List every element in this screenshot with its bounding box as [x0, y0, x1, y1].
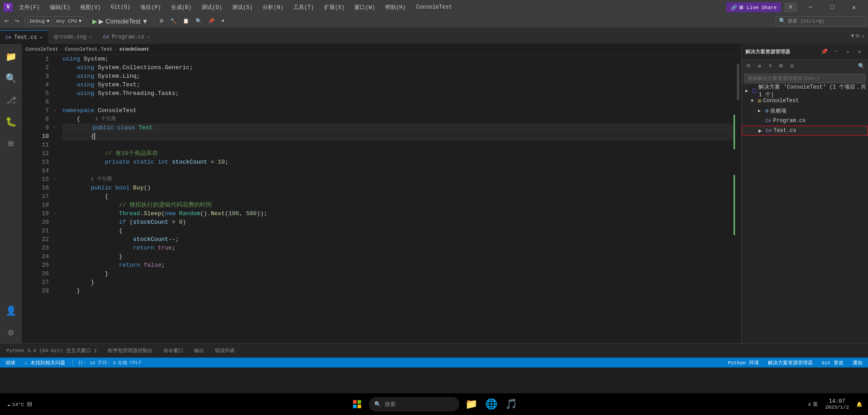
activity-git[interactable]: ⎇: [0, 89, 22, 111]
bottom-tab-package-manager[interactable]: 程序包管理器控制台: [105, 344, 155, 358]
toolbar-btn-4[interactable]: 🔍: [193, 16, 205, 26]
fold-9[interactable]: −: [53, 123, 61, 132]
taskbar-systray[interactable]: ∧ 英: [806, 401, 820, 408]
menu-debug[interactable]: 调试(D): [198, 2, 226, 13]
menu-git[interactable]: Git(G): [107, 2, 134, 13]
code-line-18: Thread.Sleep(new Random().Next(100, 500)…: [62, 209, 734, 218]
maximize-button[interactable]: □: [822, 0, 843, 14]
bottom-tab-command[interactable]: 命令窗口: [161, 344, 186, 358]
ln-7: 7: [31, 106, 49, 115]
fold-17: [53, 192, 61, 201]
se-btn-minimize[interactable]: −: [831, 47, 841, 57]
code-editor[interactable]: 1 2 3 4 5 6 7 8 9 10 11 12 13 14 15 16 1: [22, 55, 741, 343]
tab-close-test[interactable]: ✕: [40, 35, 43, 40]
weather-widget[interactable]: ☁ 14°C 阴: [4, 401, 36, 408]
se-btn-close[interactable]: ✕: [854, 47, 864, 57]
fold-7[interactable]: −: [53, 106, 61, 115]
status-git-updates[interactable]: Git 更改: [820, 358, 845, 368]
taskbar-edge[interactable]: 🌐: [483, 396, 499, 412]
breadcrumb-part3[interactable]: stockCount: [119, 47, 149, 52]
status-python-env[interactable]: Python 环境: [726, 358, 760, 368]
se-btn-pin[interactable]: 📌: [819, 47, 829, 57]
activity-accounts[interactable]: 👤: [0, 300, 22, 321]
editor-scrollbar-thumb[interactable]: [737, 64, 739, 100]
menu-view[interactable]: 视图(V): [76, 2, 105, 13]
se-toolbar-preview[interactable]: 👁: [776, 61, 786, 71]
tree-solution[interactable]: ▶ ⬡ 解决方案 'ConsoleTest' (1 个项目，共 1 个): [742, 86, 868, 96]
attach-process-btn[interactable]: ⚙: [157, 16, 167, 26]
platform-dropdown[interactable]: Any CPU ▼: [54, 16, 84, 26]
tree-expand-project[interactable]: ▼: [751, 99, 756, 104]
activity-explorer[interactable]: 📁: [0, 46, 22, 67]
breadcrumb-part2[interactable]: ConsoleTest.Test: [65, 47, 113, 52]
start-button[interactable]: [349, 396, 365, 412]
tab-split-button[interactable]: ⊟: [856, 33, 859, 39]
toolbar-btn-5[interactable]: 📌: [205, 16, 217, 26]
activity-debug[interactable]: 🐛: [0, 111, 22, 132]
menu-window[interactable]: 窗口(W): [351, 2, 379, 13]
code-content[interactable]: using System; using System.Collections.G…: [61, 55, 734, 343]
code-line-14: [62, 166, 734, 175]
user-avatar[interactable]: R: [784, 2, 797, 12]
breadcrumb-part1[interactable]: ConsoleTest: [25, 47, 58, 52]
taskbar-file-explorer[interactable]: 📁: [463, 396, 479, 412]
tree-deps[interactable]: ▶ ⚙ 依赖项: [742, 106, 868, 116]
bottom-tab-python-interactive[interactable]: Python 3.9 (64-bit) 交互式窗口 1: [4, 344, 100, 358]
close-button[interactable]: ✕: [844, 0, 864, 14]
taskbar-search[interactable]: 🔍 搜索: [369, 397, 459, 411]
se-toolbar-sync[interactable]: ⟳: [744, 61, 754, 71]
build-btn[interactable]: 🔨: [167, 16, 179, 26]
menu-help[interactable]: 帮助(H): [382, 2, 410, 13]
status-encoding: CRLF: [129, 360, 141, 365]
fold-19[interactable]: −: [53, 209, 61, 218]
taskbar-clock[interactable]: 14:07 2023/1/2: [821, 398, 853, 410]
editor-scrollbar[interactable]: [735, 55, 741, 343]
se-toolbar-filter[interactable]: ≡: [765, 61, 775, 71]
status-ready[interactable]: 就绪: [4, 358, 17, 368]
redo-button[interactable]: ↪: [12, 16, 22, 26]
search-bar[interactable]: 🔍 搜索 (Ctrl+Q): [776, 16, 866, 26]
tree-expand-solution[interactable]: ▶: [745, 88, 750, 94]
toolbar-btn-3[interactable]: 📋: [180, 16, 192, 26]
bottom-tab-output[interactable]: 输出: [191, 344, 207, 358]
se-toolbar-collapse[interactable]: ⊟: [787, 61, 797, 71]
activity-settings[interactable]: ⚙: [0, 321, 22, 343]
status-solution-explorer-btn[interactable]: 解决方案资源管理器: [766, 358, 815, 368]
status-notification[interactable]: 通知: [851, 358, 864, 368]
se-search-btn[interactable]: 🔍: [856, 61, 866, 71]
live-share-button[interactable]: 🔗 𝌆 Live Share: [726, 2, 781, 12]
tab-program[interactable]: C# Program.cs ✕: [98, 30, 156, 44]
run-button[interactable]: ▶ ▶ ConsoleTest ▼: [90, 16, 151, 26]
debug-mode-dropdown[interactable]: Debug ▼: [28, 16, 52, 26]
se-search-input[interactable]: [744, 74, 865, 83]
menu-test[interactable]: 测试(S): [229, 2, 257, 13]
menu-build[interactable]: 生成(B): [167, 2, 196, 13]
taskbar-notification-btn[interactable]: 🔔: [854, 401, 864, 407]
taskbar-app-3[interactable]: 🎵: [503, 396, 519, 412]
menu-tools[interactable]: 工具(T): [290, 2, 318, 13]
se-btn-float[interactable]: ↗: [843, 47, 853, 57]
tab-float-button[interactable]: ↗: [861, 33, 864, 39]
status-errors[interactable]: ⚠ 未找到相关问题: [23, 358, 67, 368]
tree-expand-deps[interactable]: ▶: [758, 108, 763, 113]
activity-search[interactable]: 🔍: [0, 67, 22, 89]
minimize-button[interactable]: ─: [800, 0, 821, 14]
tab-dropdown-button[interactable]: ▼: [851, 33, 854, 39]
tab-test-cs[interactable]: C# Test.cs ✕: [0, 30, 48, 44]
bottom-tab-error-list[interactable]: 错误列表: [212, 344, 238, 358]
menu-project[interactable]: 项目(P): [137, 2, 165, 13]
tree-test-cs[interactable]: ▶ C# Test.cs: [742, 126, 868, 136]
menu-file[interactable]: 文件(F): [15, 2, 43, 13]
tab-qrcode[interactable]: qrcode.svg ✕: [48, 30, 98, 44]
tree-program-cs[interactable]: C# Program.cs: [742, 116, 868, 126]
tab-close-qrcode[interactable]: ✕: [89, 34, 92, 40]
menu-edit[interactable]: 编辑(E): [46, 2, 74, 13]
se-toolbar-properties[interactable]: ⚙: [754, 61, 764, 71]
undo-button[interactable]: ↩: [2, 16, 11, 26]
toolbar-btn-6[interactable]: ✦: [218, 16, 228, 26]
menu-analyze[interactable]: 分析(N): [259, 2, 287, 13]
activity-extensions[interactable]: ⊞: [0, 132, 22, 154]
tab-close-program[interactable]: ✕: [147, 34, 150, 40]
menu-extensions[interactable]: 扩展(X): [320, 2, 348, 13]
fold-15[interactable]: −: [53, 175, 61, 184]
